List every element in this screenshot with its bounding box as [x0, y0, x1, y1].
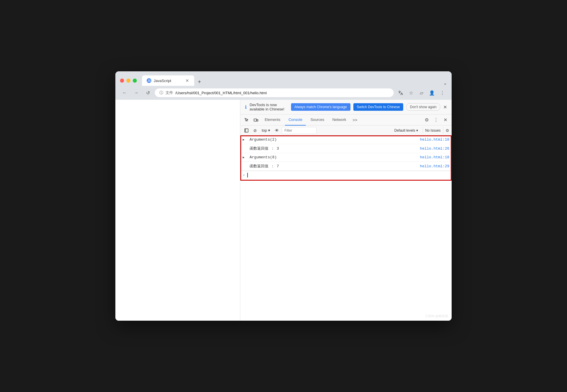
bookmark-button[interactable]: ☆ — [406, 88, 416, 97]
always-match-button[interactable]: Always match Chrome's language — [291, 103, 350, 111]
console-link-4[interactable]: hello.html:29 — [415, 164, 449, 168]
main-content: ℹ DevTools is now available in Chinese! … — [115, 100, 452, 321]
filter-input[interactable] — [282, 127, 317, 134]
maximize-button[interactable] — [133, 79, 137, 83]
translate-button[interactable] — [396, 88, 405, 97]
svg-rect-2 — [245, 129, 248, 132]
dont-show-again-button[interactable]: Don't show again — [406, 103, 440, 111]
console-link-2[interactable]: hello.html:26 — [415, 146, 449, 151]
tab-elements[interactable]: Elements — [261, 115, 284, 126]
minimize-button[interactable] — [126, 79, 130, 83]
lock-icon: ⓘ — [159, 90, 163, 95]
clear-console-button[interactable]: ⊘ — [251, 127, 259, 134]
tab-sources[interactable]: Sources — [307, 115, 328, 126]
tab-title: JavaScript — [154, 79, 171, 83]
console-input-row: › — [240, 171, 452, 179]
address-prefix: 文件 — [166, 90, 173, 95]
eye-icon-button[interactable]: 👁 — [273, 127, 281, 134]
more-tabs-button[interactable]: >> — [351, 118, 359, 122]
console-row-4: 函数返回值 ： 7 hello.html:29 — [240, 162, 452, 171]
tab-network[interactable]: Network — [329, 115, 350, 126]
console-row-3: ▶ Arguments(8) hello.html:18 — [240, 153, 452, 162]
tab-favicon: JS — [147, 78, 151, 83]
sidebar-button[interactable]: ▱ — [417, 88, 426, 97]
page-area — [115, 100, 240, 321]
console-row-1: ▶ Arguments(2) hello.html:18 — [240, 135, 452, 144]
address-bar[interactable]: ⓘ 文件 /Users/hsl/001_Project/001_HTML/htm… — [155, 88, 394, 97]
devtools-settings-button[interactable]: ⚙ — [423, 116, 431, 124]
default-levels-button[interactable]: Default levels ▾ — [392, 128, 420, 133]
nav-actions: ☆ ▱ 👤 ⋮ — [396, 88, 447, 97]
window-controls — [120, 79, 137, 83]
info-icon: ℹ — [245, 104, 247, 110]
nav-bar: ← → ↺ ⓘ 文件 /Users/hsl/001_Project/001_HT… — [115, 86, 452, 100]
inspect-element-button[interactable] — [243, 116, 251, 124]
sidebar-toggle-button[interactable] — [243, 127, 250, 134]
tab-menu-button[interactable]: ⌄ — [443, 80, 447, 86]
expand-arrow-1[interactable]: ▶ — [243, 138, 245, 141]
reload-button[interactable]: ↺ — [143, 88, 152, 97]
menu-button[interactable]: ⋮ — [438, 88, 447, 97]
context-selector[interactable]: top ▾ — [260, 127, 272, 134]
forward-button[interactable]: → — [132, 88, 141, 97]
console-row-2: 函数返回值 ： 3 hello.html:26 — [240, 144, 452, 153]
new-tab-button[interactable]: + — [195, 78, 203, 86]
browser-window: JS JavaScript ✕ + ⌄ ← → ↺ ⓘ 文件 /Users/hs… — [115, 71, 452, 321]
console-text-2: 函数返回值 ： 3 — [250, 146, 415, 151]
browser-tab-active[interactable]: JS JavaScript ✕ — [142, 75, 194, 86]
watermark: CSDN @韩珙亮 — [426, 314, 448, 318]
console-link-3[interactable]: hello.html:18 — [415, 155, 449, 159]
console-text-1: Arguments(2) — [250, 137, 415, 142]
console-content: ▶ Arguments(2) hello.html:18 函数返回值 ： 3 h… — [240, 135, 452, 321]
devtools-more-button[interactable]: ⋮ — [432, 116, 440, 124]
svg-rect-1 — [257, 119, 258, 121]
console-text-3: Arguments(8) — [250, 155, 415, 159]
profile-button[interactable]: 👤 — [427, 88, 437, 97]
tab-close-button[interactable]: ✕ — [185, 78, 190, 84]
close-button[interactable] — [120, 79, 124, 83]
console-cursor — [247, 173, 248, 177]
expand-arrow-3[interactable]: ▶ — [243, 155, 245, 159]
console-text-4: 函数返回值 ： 7 — [250, 164, 415, 169]
svg-rect-0 — [254, 119, 257, 121]
devtools-panel: ℹ DevTools is now available in Chinese! … — [240, 100, 452, 321]
language-message: DevTools is now available in Chinese! — [250, 103, 288, 111]
language-notification-bar: ℹ DevTools is now available in Chinese! … — [240, 100, 452, 115]
switch-chinese-button[interactable]: Switch DevTools to Chinese — [353, 103, 404, 111]
console-toolbar: ⊘ top ▾ 👁 Default levels ▾ No Issues ⚙ — [240, 126, 452, 135]
console-settings-button[interactable]: ⚙ — [446, 128, 449, 133]
no-issues-label: No Issues — [425, 128, 441, 133]
devtools-close-button[interactable]: ✕ — [441, 116, 449, 124]
devtools-toolbar: Elements Console Sources Network >> ⚙ ⋮ … — [240, 115, 452, 126]
address-path: /Users/hsl/001_Project/001_HTML/html_001… — [175, 91, 267, 95]
back-button[interactable]: ← — [120, 88, 129, 97]
top-label: top — [262, 128, 267, 133]
console-prompt-icon: › — [243, 173, 245, 177]
chevron-down-icon: ▾ — [268, 128, 270, 133]
default-levels-label: Default levels — [394, 128, 415, 133]
console-link-1[interactable]: hello.html:18 — [415, 137, 449, 142]
title-bar: JS JavaScript ✕ + ⌄ — [115, 71, 452, 86]
device-toolbar-button[interactable] — [252, 116, 260, 124]
tab-console[interactable]: Console — [285, 115, 306, 126]
tab-bar: JS JavaScript ✕ + ⌄ — [142, 75, 447, 86]
language-bar-close-button[interactable]: ✕ — [443, 104, 447, 110]
